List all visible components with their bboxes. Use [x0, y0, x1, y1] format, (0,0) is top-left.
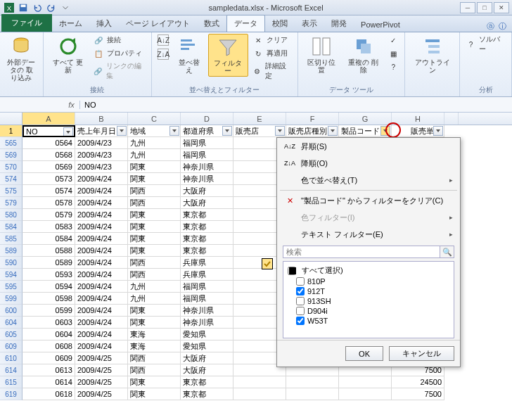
cell[interactable]: 関東 [128, 221, 181, 233]
row-header[interactable]: 585 [0, 233, 23, 245]
cell[interactable] [339, 388, 392, 400]
cell[interactable]: 0584 [23, 233, 75, 245]
cell[interactable]: 2009/4/24 [75, 185, 128, 197]
ok-button[interactable]: OK [345, 346, 383, 361]
cell[interactable]: 東京都 [181, 376, 233, 388]
tab-data[interactable]: データ [226, 15, 265, 32]
advanced-filter-button[interactable]: ⚙詳細設定 [251, 61, 293, 82]
cell[interactable]: 2009/4/24 [75, 197, 128, 209]
cell[interactable]: 2009/4/24 [75, 173, 128, 185]
cell[interactable]: 愛知県 [181, 329, 233, 341]
tab-layout[interactable]: ページ レイアウト [119, 15, 197, 32]
sort-asc-item[interactable]: A↓Z昇順(S) [277, 138, 460, 155]
cell[interactable]: 2009/4/23 [75, 137, 128, 149]
cell[interactable]: 0609 [23, 352, 75, 364]
col-header-H[interactable]: H [392, 113, 444, 125]
cell[interactable]: 0578 [23, 197, 75, 209]
cell[interactable]: 2009/4/24 [75, 221, 128, 233]
filter-item[interactable]: W53T [286, 316, 451, 326]
cell[interactable]: 2009/4/25 [75, 364, 128, 376]
cell[interactable]: 0608 [23, 341, 75, 352]
cell[interactable]: 東京都 [181, 233, 233, 245]
excel-icon[interactable]: X [3, 1, 15, 14]
col-header-G[interactable]: G [339, 113, 392, 125]
filter-dropdown-button[interactable] [275, 126, 285, 136]
maximize-button[interactable]: □ [477, 2, 492, 13]
cell[interactable]: 神奈川県 [181, 317, 233, 329]
row-header[interactable]: 610 [0, 352, 23, 364]
filter-dropdown-button[interactable] [169, 126, 179, 136]
cell[interactable]: 2009/4/24 [75, 233, 128, 245]
cell[interactable]: 関東 [128, 388, 181, 400]
cell[interactable]: 0574 [23, 185, 75, 197]
remove-duplicates-button[interactable]: 重複の 削除 [343, 34, 383, 75]
cell[interactable]: 0583 [23, 221, 75, 233]
cell[interactable]: 福岡県 [181, 149, 233, 161]
undo-icon[interactable] [31, 1, 44, 14]
cell[interactable]: 関東 [128, 376, 181, 388]
tab-file[interactable]: ファイル [1, 14, 52, 32]
filter-item[interactable]: 810P [286, 276, 451, 286]
cell[interactable]: 福岡県 [181, 281, 233, 293]
filter-dropdown-button[interactable] [63, 127, 73, 137]
cell[interactable]: 0568 [23, 149, 75, 161]
reapply-button[interactable]: ↻再適用 [251, 47, 293, 60]
cell[interactable]: 東京都 [181, 388, 233, 400]
select-all-checkbox[interactable]: すべて選択) [286, 265, 451, 276]
cell[interactable]: 0564 [23, 137, 75, 149]
cell[interactable]: 0604 [23, 329, 75, 341]
connections-button[interactable]: 🔗接続 [91, 34, 148, 46]
cell[interactable]: 関西 [128, 364, 181, 376]
col-header-E[interactable]: E [233, 113, 286, 125]
row-header[interactable]: 614 [0, 364, 23, 376]
row-header[interactable]: 599 [0, 293, 23, 305]
refresh-all-button[interactable]: すべて 更新 [48, 34, 89, 75]
help-icon[interactable]: ⓘ [499, 21, 506, 32]
cell[interactable]: 0594 [23, 281, 75, 293]
row-header[interactable]: 615 [0, 376, 23, 388]
cell[interactable]: 24500 [392, 376, 444, 388]
filter-dropdown-button[interactable] [380, 126, 390, 136]
select-all-corner[interactable] [0, 113, 23, 125]
col-header-C[interactable]: C [128, 113, 181, 125]
cell[interactable]: 2009/4/24 [75, 317, 128, 329]
redo-icon[interactable] [45, 1, 58, 14]
col-header-A[interactable]: A [23, 113, 75, 125]
filter-dropdown-button[interactable] [222, 126, 232, 136]
cell[interactable]: 0613 [23, 364, 75, 376]
cell[interactable]: 0589 [23, 257, 75, 269]
cell[interactable]: 関西 [128, 269, 181, 281]
cell[interactable]: 7500 [392, 388, 444, 400]
cell[interactable]: 0569 [23, 161, 75, 173]
row-header[interactable]: 590 [0, 257, 23, 269]
external-data-button[interactable]: 外部データの 取り込み [4, 34, 39, 83]
qat-dropdown-icon[interactable] [59, 1, 72, 14]
cell[interactable]: 2009/4/24 [75, 305, 128, 317]
cell[interactable]: 販売店 [233, 125, 286, 137]
filter-item[interactable]: 913SH [286, 296, 451, 306]
cell[interactable]: 神奈川県 [181, 161, 233, 173]
sort-asc-button[interactable]: A↓Z [156, 34, 170, 46]
cell[interactable] [233, 376, 286, 388]
cell[interactable]: 大阪府 [181, 197, 233, 209]
row-header[interactable]: 589 [0, 245, 23, 257]
sort-by-color-item[interactable]: 色で並べ替え(T) [277, 172, 460, 189]
cell[interactable]: 東京都 [181, 209, 233, 221]
edit-links-button[interactable]: 🔗リンクの編集 [91, 61, 148, 82]
cell[interactable] [233, 388, 286, 400]
cell[interactable]: 2009/4/24 [75, 257, 128, 269]
cell[interactable] [286, 376, 339, 388]
cell[interactable]: 0588 [23, 245, 75, 257]
cell[interactable]: 0614 [23, 376, 75, 388]
cell[interactable]: 2009/4/23 [75, 149, 128, 161]
cell[interactable]: 0598 [23, 293, 75, 305]
cell[interactable]: 大阪府 [181, 185, 233, 197]
cell[interactable]: 売上年月日 [75, 125, 128, 137]
row-header[interactable]: 584 [0, 221, 23, 233]
cell[interactable]: 福岡県 [181, 137, 233, 149]
filter-item[interactable]: D904i [286, 306, 451, 316]
tab-view[interactable]: 表示 [295, 15, 324, 32]
cell[interactable]: 九州 [128, 281, 181, 293]
outline-button[interactable]: アウトライン [409, 34, 455, 75]
cell[interactable]: 神奈川県 [181, 173, 233, 185]
